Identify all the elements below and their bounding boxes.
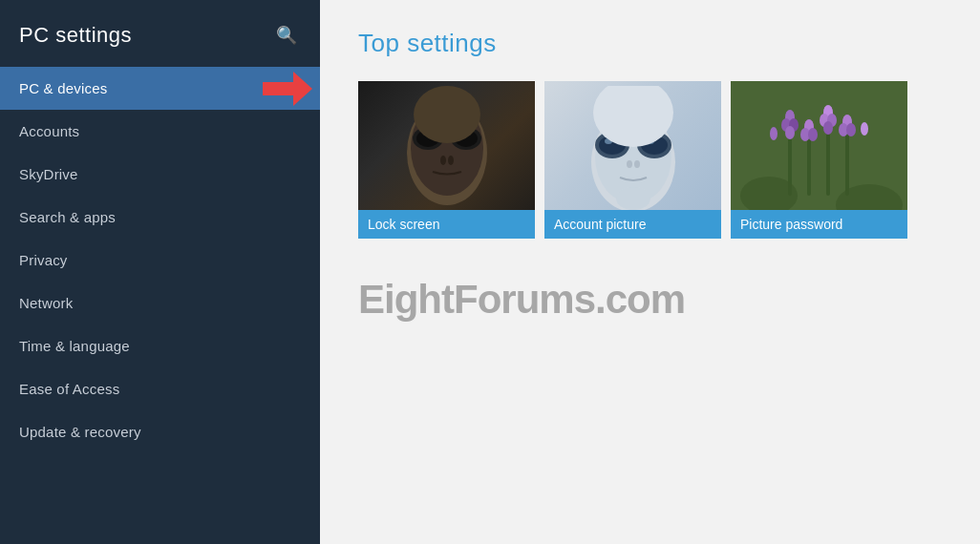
svg-point-6 xyxy=(440,156,446,165)
sidebar-nav: PC & devices Accounts SkyDrive Search & … xyxy=(0,67,320,544)
svg-point-17 xyxy=(627,160,632,168)
sidebar-item-search-apps[interactable]: Search & apps xyxy=(0,196,320,239)
sidebar-item-label: Time & language xyxy=(19,338,130,354)
arrow-tip xyxy=(293,72,312,106)
sidebar-item-accounts[interactable]: Accounts xyxy=(0,110,320,153)
picture-password-card[interactable]: Picture password xyxy=(731,81,907,239)
svg-point-39 xyxy=(846,123,856,136)
sidebar-item-label: Privacy xyxy=(19,252,68,268)
watermark: EightForums.com xyxy=(358,277,942,323)
sidebar-item-label: Accounts xyxy=(19,123,79,139)
svg-point-41 xyxy=(770,127,778,140)
sidebar-item-skydrive[interactable]: SkyDrive xyxy=(0,153,320,196)
sidebar-item-network[interactable]: Network xyxy=(0,282,320,324)
sidebar-item-label: PC & devices xyxy=(19,80,107,96)
svg-point-8 xyxy=(414,86,480,143)
settings-cards: Lock screen xyxy=(358,81,942,239)
picture-password-label: Picture password xyxy=(731,210,907,239)
account-picture-card[interactable]: Account picture xyxy=(544,81,721,239)
arrow-indicator xyxy=(263,72,312,106)
sidebar: PC settings 🔍 PC & devices Accounts SkyD… xyxy=(0,0,320,544)
lock-screen-card[interactable]: Lock screen xyxy=(358,81,535,239)
svg-point-40 xyxy=(861,122,868,136)
sidebar-item-label: Update & recovery xyxy=(19,424,141,440)
svg-point-20 xyxy=(616,187,650,210)
page-title: Top settings xyxy=(358,29,942,58)
sidebar-item-label: Ease of Access xyxy=(19,381,119,397)
alien-light-svg xyxy=(576,86,691,224)
sidebar-item-label: Search & apps xyxy=(19,209,116,225)
svg-point-42 xyxy=(740,177,798,215)
sidebar-item-pc-devices[interactable]: PC & devices xyxy=(0,67,320,110)
alien-dark-svg xyxy=(390,86,504,220)
lock-screen-label: Lock screen xyxy=(358,210,535,239)
sidebar-title: PC settings xyxy=(19,23,132,48)
svg-point-36 xyxy=(823,121,833,135)
account-picture-label: Account picture xyxy=(544,210,721,239)
sidebar-item-time-language[interactable]: Time & language xyxy=(0,324,320,367)
arrow-body xyxy=(263,82,293,95)
sidebar-item-label: Network xyxy=(19,295,73,311)
sidebar-item-update-recovery[interactable]: Update & recovery xyxy=(0,410,320,453)
svg-point-32 xyxy=(808,128,818,141)
sidebar-item-label: SkyDrive xyxy=(19,166,78,182)
main-content: Top settings xyxy=(320,0,980,544)
svg-point-29 xyxy=(785,126,795,139)
svg-point-7 xyxy=(448,156,454,165)
sidebar-item-ease-access[interactable]: Ease of Access xyxy=(0,367,320,410)
sidebar-item-privacy[interactable]: Privacy xyxy=(0,239,320,282)
search-icon-button[interactable]: 🔍 xyxy=(272,21,301,50)
sidebar-header: PC settings 🔍 xyxy=(0,0,320,67)
svg-point-18 xyxy=(634,160,640,168)
